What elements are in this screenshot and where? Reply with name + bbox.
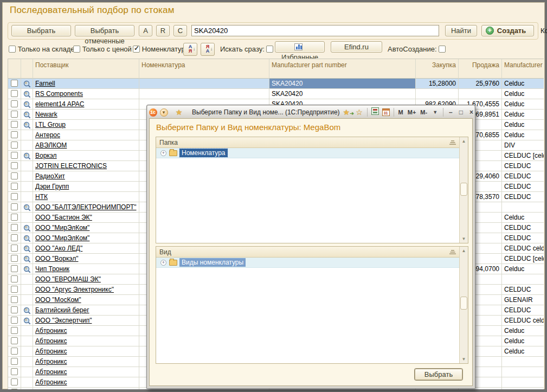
- row-checkbox[interactable]: [11, 317, 18, 324]
- supplier-link[interactable]: ООО "Экспертчип": [35, 317, 92, 324]
- table-row[interactable]: FarnellSKA2042015,2800025,9760Celduc: [8, 79, 544, 89]
- only-in-stock-filter[interactable]: Только на складе: [9, 45, 75, 53]
- favorites-button[interactable]: Избранные: [275, 41, 325, 53]
- supplier-link[interactable]: Абтроникс: [35, 358, 67, 365]
- calendar-icon[interactable]: 31: [381, 108, 391, 116]
- row-checkbox[interactable]: [11, 368, 18, 375]
- autocreate-checkbox[interactable]: [439, 46, 446, 53]
- row-checkbox[interactable]: [11, 224, 18, 231]
- row-checkbox[interactable]: [11, 358, 18, 365]
- filter-c-button[interactable]: C: [173, 25, 187, 36]
- supplier-link[interactable]: JOTRIN ELECTRONICS: [35, 162, 107, 170]
- row-checkbox[interactable]: [11, 348, 18, 355]
- maximize-button[interactable]: □: [456, 108, 466, 116]
- scroll-up-icon[interactable]: ▲: [460, 247, 468, 255]
- memory-button[interactable]: M: [396, 109, 406, 115]
- row-checkbox[interactable]: [11, 203, 18, 210]
- goto-favorites-icon[interactable]: ★➔: [343, 108, 354, 117]
- nomenclature-filter[interactable]: Номенклатура: [133, 45, 189, 53]
- minimize-button[interactable]: –: [446, 108, 456, 116]
- supplier-link[interactable]: Антерос: [35, 131, 60, 139]
- type-tree-item[interactable]: Виды номенклатуры: [179, 258, 246, 267]
- only-with-price-filter[interactable]: Только с ценой: [73, 45, 132, 53]
- supplier-link[interactable]: ООО "МосКом": [35, 296, 81, 304]
- supplier-link[interactable]: РадиоХит: [35, 172, 65, 180]
- select-marked-button[interactable]: Выбрать отмеченные: [75, 25, 134, 36]
- search-now-checkbox[interactable]: [266, 46, 273, 53]
- sort-icon[interactable]: [449, 140, 456, 145]
- supplier-link[interactable]: element14 APAC: [35, 100, 85, 108]
- column-header[interactable]: Продажа: [459, 59, 502, 79]
- expand-plus-icon[interactable]: +: [160, 260, 166, 266]
- supplier-link[interactable]: ООО "МирЭлКом": [35, 234, 89, 242]
- supplier-link[interactable]: ООО "Аргус Электроникс": [35, 286, 114, 293]
- expand-plus-icon[interactable]: +: [160, 150, 166, 156]
- folder-tree-row[interactable]: + Номенклатура: [156, 148, 459, 158]
- sort-descending-icon[interactable]: ЯА↓: [201, 43, 215, 56]
- dialog-titlebar[interactable]: 1с ▼ ★ Выберите Папку и Вид номе... (1С:…: [147, 106, 474, 118]
- scroll-thumb[interactable]: [460, 183, 467, 196]
- row-checkbox[interactable]: [11, 327, 18, 334]
- row-checkbox[interactable]: [11, 142, 18, 149]
- column-header[interactable]: Поставщик: [33, 59, 139, 79]
- scroll-down-icon[interactable]: ▼: [460, 355, 468, 363]
- column-header[interactable]: Номенклатура: [139, 59, 269, 79]
- supplier-link[interactable]: АВЭЛКОМ: [35, 142, 67, 149]
- efind-button[interactable]: Efind.ru: [331, 41, 382, 53]
- row-checkbox[interactable]: [11, 111, 18, 118]
- row-checkbox[interactable]: [11, 378, 18, 385]
- search-now-filter[interactable]: Искать сразу:: [220, 45, 273, 53]
- supplier-link[interactable]: ООО "Воркэл": [35, 255, 78, 262]
- supplier-link[interactable]: Чип Троник: [35, 265, 69, 273]
- row-checkbox[interactable]: [11, 275, 18, 282]
- type-panel-scrollbar[interactable]: ▲ ▼: [459, 247, 468, 363]
- row-checkbox[interactable]: [11, 121, 18, 128]
- supplier-link[interactable]: Дэри Групп: [35, 183, 69, 190]
- supplier-link[interactable]: Балтийский берег: [35, 306, 89, 314]
- close-button[interactable]: ×: [466, 108, 477, 116]
- sort-ascending-icon[interactable]: АЯ↓: [183, 43, 197, 56]
- find-button[interactable]: Найти: [445, 25, 477, 36]
- part-number-cell[interactable]: SKA20420: [269, 89, 416, 99]
- row-checkbox[interactable]: [11, 265, 18, 272]
- supplier-link[interactable]: ООО "Бастион ЭК": [35, 214, 92, 221]
- sort-icon[interactable]: [449, 250, 456, 255]
- row-checkbox[interactable]: [11, 100, 18, 107]
- row-checkbox[interactable]: [11, 183, 18, 190]
- dialog-select-button[interactable]: Выбрать: [415, 369, 462, 380]
- supplier-link[interactable]: Воркэл: [35, 152, 57, 159]
- supplier-link[interactable]: Абтроникс: [35, 337, 67, 345]
- row-checkbox[interactable]: [11, 172, 18, 179]
- column-header[interactable]: Manufacturer part number: [269, 59, 416, 79]
- row-checkbox[interactable]: [11, 245, 18, 252]
- column-header[interactable]: [21, 59, 33, 79]
- only-in-stock-checkbox[interactable]: [9, 46, 16, 53]
- row-checkbox[interactable]: [11, 162, 18, 169]
- supplier-link[interactable]: Абтроникс: [35, 348, 67, 355]
- row-checkbox[interactable]: [11, 337, 18, 344]
- supplier-link[interactable]: Абтроникс: [35, 378, 67, 386]
- supplier-link[interactable]: Newark: [35, 111, 57, 118]
- row-checkbox[interactable]: [11, 80, 18, 87]
- add-favorite-icon[interactable]: ☆: [354, 108, 365, 117]
- scroll-down-icon[interactable]: ▼: [460, 235, 468, 243]
- scroll-thumb[interactable]: [460, 297, 467, 310]
- scroll-up-icon[interactable]: ▲: [460, 137, 468, 145]
- nomenclature-cell[interactable]: [139, 79, 269, 89]
- supplier-link[interactable]: RS Components: [35, 90, 83, 98]
- row-checkbox[interactable]: [11, 131, 18, 138]
- table-row[interactable]: RS ComponentsSKA20420Celduc: [8, 89, 544, 99]
- folder-tree-item[interactable]: Номенклатура: [179, 149, 228, 157]
- create-button[interactable]: + Создать: [481, 25, 534, 36]
- supplier-link[interactable]: НТК: [35, 193, 48, 201]
- part-number-cell[interactable]: SKA20420: [269, 79, 416, 89]
- filter-r-button[interactable]: R: [156, 25, 170, 36]
- row-checkbox[interactable]: [11, 296, 18, 303]
- supplier-link[interactable]: ООО "Ако ЛЕД": [35, 245, 82, 252]
- nomenclature-cell[interactable]: [139, 89, 269, 99]
- favorites-star-icon[interactable]: ★: [173, 108, 184, 117]
- row-checkbox[interactable]: [11, 152, 18, 159]
- calculator-icon[interactable]: [370, 107, 381, 117]
- titlebar-chevron-icon[interactable]: ▼: [429, 110, 441, 115]
- select-button[interactable]: Выбрать: [11, 25, 71, 36]
